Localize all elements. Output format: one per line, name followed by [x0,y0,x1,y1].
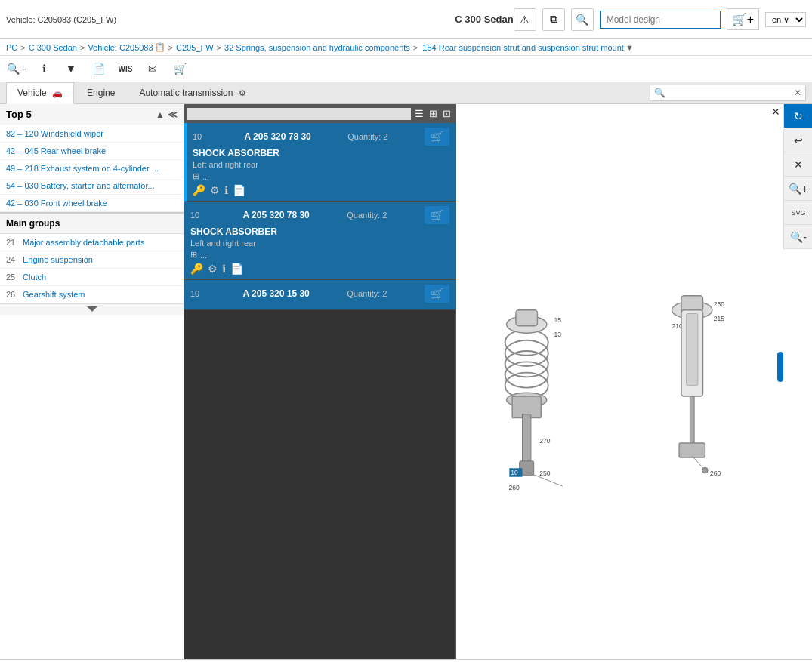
info-toolbar[interactable]: ℹ [33,58,54,79]
svg-rect-26 [686,313,697,385]
part-doc-icon-1[interactable]: 📄 [230,263,243,275]
top5-header: Top 5 ▲ ≪ [0,104,184,125]
breadcrumb-sub[interactable]: 154 Rear suspension strut and suspension… [422,43,624,52]
diagram-content: 15 13 270 10 250 260 [456,104,783,659]
svg-text:250: 250 [539,469,551,476]
mail-toolbar[interactable]: ✉ [142,58,163,79]
part-table-icon-1: ⊞ [190,250,197,260]
top5-item-1[interactable]: 82 – 120 Windshield wiper [0,125,184,143]
top5-collapse-icon[interactable]: ▲ [156,109,165,120]
wis-toolbar[interactable]: WIS [115,58,136,79]
diagram-rotate-btn[interactable]: ↻ [784,104,812,128]
bottom-strip: Image ID: drawing_B32154000063 ...ut and… [0,659,812,662]
breadcrumb-dropdown[interactable]: ▼ [625,43,634,52]
group-item-26[interactable]: 26 Gearshift system [0,286,184,303]
group-item-25[interactable]: 25 Clutch [0,269,184,286]
top-icons: ⚠ ⧉ 🔍 🛒+ en ∨ [514,8,806,31]
parts-expand-icon[interactable]: ⊡ [441,106,452,121]
breadcrumb: PC > C 300 Sedan > Vehicle: C205083 📋 > … [0,39,812,56]
parts-list-icon[interactable]: ☰ [413,106,425,121]
search-icon-top[interactable]: 🔍 [571,8,594,31]
part-info-icon-0[interactable]: ℹ [224,184,228,196]
part-item-0[interactable]: 10 A 205 320 78 30 Quantity: 2 🛒 SHOCK A… [184,123,455,202]
model-name: C 300 Sedan [455,14,513,25]
zoom-in-toolbar[interactable]: 🔍+ [6,58,27,79]
doc-toolbar[interactable]: 📄 [88,58,109,79]
vehicle-info: Vehicle: C205083 (C205_FW) [6,15,304,24]
tab-transmission[interactable]: Automatic transmission ⚙ [128,82,257,103]
svg-rect-12 [522,414,530,464]
diagram-svg-btn[interactable]: SVG [784,201,812,225]
cart-add-button[interactable]: 🛒+ [727,8,759,30]
part-cart-btn-2[interactable]: 🛒 [425,285,449,303]
part-cart-btn-1[interactable]: 🛒 [425,206,449,224]
breadcrumb-copy-icon[interactable]: 📋 [155,42,165,52]
filter-toolbar[interactable]: ▼ [60,58,82,79]
group-item-21[interactable]: 21 Major assembly detachable parts [0,234,184,251]
copy-icon[interactable]: ⧉ [542,8,565,31]
parts-filter-input[interactable] [187,108,411,120]
vehicle-tab-icon: 🚗 [52,88,63,97]
top5-item-4[interactable]: 54 – 030 Battery, starter and alternator… [0,177,184,195]
diagram-close-btn[interactable]: ✕ [771,106,780,118]
transmission-tab-icon: ⚙ [239,88,246,97]
svg-text:13: 13 [554,331,561,338]
part-info-icon-1[interactable]: ℹ [222,263,226,275]
svg-text:15: 15 [554,316,561,323]
part-settings-icon-1[interactable]: ⚙ [208,263,218,275]
top5-item-5[interactable]: 42 – 030 Front wheel brake [0,195,184,212]
warning-icon[interactable]: ⚠ [514,8,536,31]
part-key-icon-1[interactable]: 🔑 [190,263,203,275]
part-doc-icon-0[interactable]: 📄 [233,184,245,196]
diagram-svg: 15 13 270 10 250 260 [469,269,771,495]
breadcrumb-component[interactable]: 32 Springs, suspension and hydraulic com… [224,43,410,52]
diagram-zoom-in-btn[interactable]: 🔍+ [784,177,812,201]
tab-search-icon: 🔍 [650,85,669,100]
diagram-cross-btn[interactable]: ✕ [784,152,812,177]
tab-search-box: 🔍 ✕ [650,85,806,101]
parts-toolbar: ☰ ⊞ ⊡ [184,104,455,123]
top5-expand-icon[interactable]: ≪ [168,109,178,120]
part-table-icon-0: ⊞ [193,171,199,181]
breadcrumb-model[interactable]: C 300 Sedan [29,43,77,52]
svg-rect-27 [690,396,694,447]
svg-text:260: 260 [710,469,721,476]
svg-marker-0 [87,306,97,312]
model-search-input[interactable] [600,11,721,29]
breadcrumb-fw[interactable]: C205_FW [176,43,214,52]
top5-header-icons: ▲ ≪ [156,109,178,120]
part-cart-btn-0[interactable]: 🛒 [425,128,449,146]
vehicle-name: Vehicle: C205083 (C205_FW) [6,15,304,24]
part-item-1[interactable]: 10 A 205 320 78 30 Quantity: 2 🛒 SHOCK A… [184,202,455,280]
diagram-undo-btn[interactable]: ↩ [784,128,812,152]
diagram-zoom-out-btn[interactable]: 🔍- [784,225,812,249]
part-settings-icon-0[interactable]: ⚙ [210,184,220,196]
second-toolbar: 🔍+ ℹ ▼ 📄 WIS ✉ 🛒 [0,56,812,82]
parts-list: ☰ ⊞ ⊡ 10 A 205 320 78 30 Quantity: 2 🛒 S… [184,104,456,659]
sidebar: Top 5 ▲ ≪ 82 – 120 Windshield wiper 42 –… [0,104,184,659]
diagram-scroll-handle[interactable] [777,352,783,382]
breadcrumb-vehicle[interactable]: Vehicle: C205083 [88,43,153,52]
svg-text:230: 230 [713,300,724,308]
parts-grid-icon[interactable]: ⊞ [428,106,439,121]
sidebar-scroll-down[interactable] [0,303,184,315]
breadcrumb-pc[interactable]: PC [6,43,17,52]
group-item-24[interactable]: 24 Engine suspension [0,251,184,269]
language-select[interactable]: en ∨ [765,12,806,27]
tab-engine[interactable]: Engine [76,82,126,103]
svg-text:215: 215 [713,315,724,322]
svg-rect-28 [679,442,705,457]
svg-text:270: 270 [539,436,551,444]
top5-item-2[interactable]: 42 – 045 Rear wheel brake [0,143,184,160]
tab-search-clear[interactable]: ✕ [790,85,805,100]
part-item-2[interactable]: 10 A 205 320 15 30 Quantity: 2 🛒 [184,280,455,310]
top5-item-3[interactable]: 49 – 218 Exhaust system on 4-cylinder ..… [0,160,184,177]
cart-toolbar[interactable]: 🛒 [169,58,190,79]
svg-text:10: 10 [511,468,518,476]
svg-text:260: 260 [508,483,520,491]
part-key-icon-0[interactable]: 🔑 [193,184,205,196]
diagram-right-toolbar: ↻ ↩ ✕ 🔍+ SVG 🔍- [783,104,812,249]
tab-search-input[interactable] [669,85,790,100]
tab-vehicle[interactable]: Vehicle 🚗 [6,82,74,104]
svg-rect-21 [681,295,702,311]
